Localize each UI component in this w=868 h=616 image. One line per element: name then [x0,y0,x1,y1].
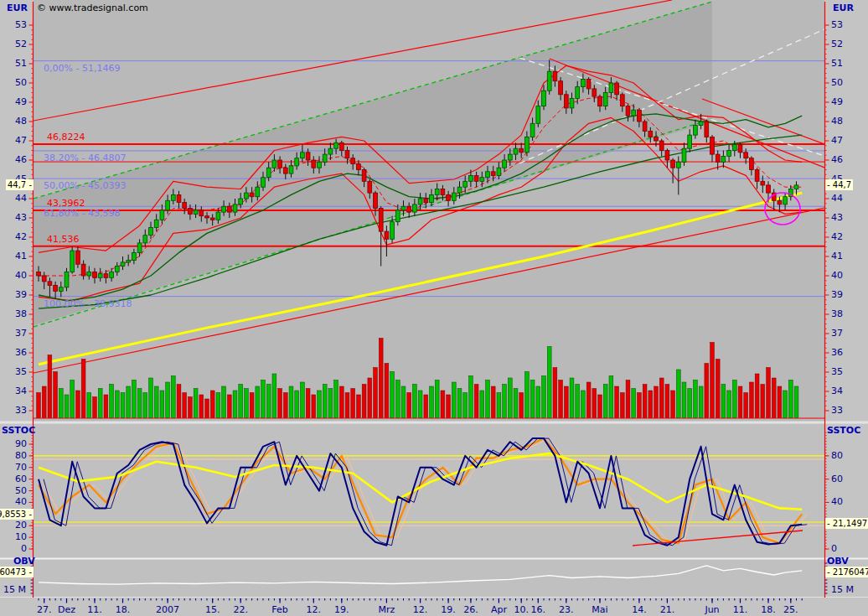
candle-body [368,181,372,193]
volume-bar [778,386,782,418]
candle-body [671,160,675,168]
candle-body [54,286,58,292]
candle-body [525,137,530,152]
candle-body [351,158,355,164]
volume-bar [205,399,209,418]
candle-body [767,185,771,193]
candle-body [638,110,642,122]
volume-bar [435,380,439,418]
candle-body [643,122,647,132]
candle-body [620,95,624,106]
candle-body [519,148,524,153]
volume-bar [727,391,731,418]
volume-bar [149,378,153,418]
volume-bar [603,385,607,418]
candle-body [76,251,80,264]
candle-body [216,212,220,220]
candle-body [688,135,692,148]
candle-body [738,145,742,153]
volume-bar [643,385,647,418]
volume-bar [553,368,557,418]
candle-body [205,216,209,218]
volume-bar [699,386,703,418]
candle-body [732,145,736,151]
candle-body [474,175,478,181]
volume-bar [357,395,361,418]
candle-body [547,71,551,91]
volume-bar [559,380,563,418]
volume-bar [491,386,495,418]
volume-bar [626,380,630,418]
volume-bar [70,380,75,418]
candle-body [272,160,276,168]
candle-body [435,189,439,195]
candle-body [121,262,125,267]
candle-body [199,210,204,216]
chart-canvas[interactable] [0,0,868,616]
candle-body [659,141,664,151]
candle-body [177,194,181,202]
volume-bar [547,347,551,418]
candle-body [154,220,158,227]
volume-bar [177,385,181,418]
volume-bar [525,372,530,418]
volume-bar [345,393,349,418]
candle-body [514,148,518,154]
candle-body [256,187,260,197]
candle-body [508,154,512,160]
volume-bar [154,386,158,418]
tradesignal-chart-window: { "branding": {"copyright": "© www.trade… [0,0,868,616]
candle-body [183,203,187,209]
volume-bar [127,386,131,418]
candle-body [261,178,266,188]
volume-bar [76,391,80,418]
volume-bar [441,391,445,418]
candle-body [761,181,765,185]
volume-bar [110,385,114,418]
volume-bar [379,339,383,418]
candle-body [530,123,535,137]
candle-body [132,252,137,260]
volume-bar [609,376,613,418]
volume-bar [615,386,619,418]
volume-bar [194,389,198,418]
volume-bar [362,385,366,418]
volume-bar [503,385,507,418]
candle-body [227,206,231,212]
volume-bar [463,393,468,418]
volume-bar [761,385,765,418]
volume-bar [676,370,680,418]
candle-body [110,272,114,277]
volume-bar [474,385,478,418]
volume-bar [542,376,546,418]
candle-body [559,81,563,95]
candle-body [576,87,580,99]
candle-body [266,168,271,178]
volume-bar [160,391,164,418]
candle-body [401,206,406,210]
volume-bar [48,355,52,418]
volume-bar [93,397,97,418]
volume-bar [738,386,742,418]
candle-body [794,185,798,189]
candle-body [385,231,389,239]
volume-bar [536,386,540,418]
volume-bar [166,382,170,418]
volume-bar [632,389,636,418]
candle-body [755,170,759,182]
volume-bar [772,378,776,418]
candle-body [418,199,422,204]
candle-body [581,79,586,86]
candle-body [603,93,607,106]
candle-body [301,153,305,158]
candle-body [160,210,164,220]
volume-bar [447,395,451,418]
candle-body [374,193,378,208]
candle-body [312,160,316,168]
volume-bar [233,391,237,418]
volume-bar [514,389,518,418]
volume-bar [261,380,266,418]
candle-body [609,83,613,93]
candle-body [210,218,214,220]
volume-bar [295,391,299,418]
